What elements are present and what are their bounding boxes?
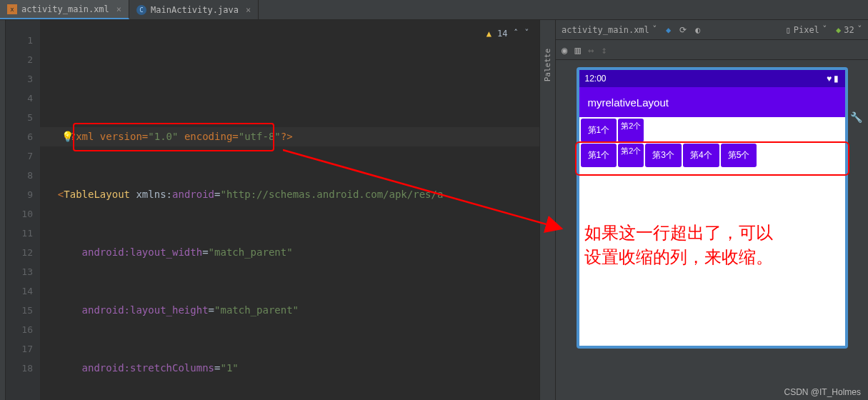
tab-bar: x activity_main.xml × C MainActivity.jav… bbox=[0, 0, 868, 20]
btn[interactable]: 第1个 bbox=[581, 119, 617, 142]
btn[interactable]: 第1个 bbox=[581, 144, 617, 167]
btn[interactable]: 第2个 bbox=[618, 119, 644, 142]
table-row-1: 第1个 第2个 bbox=[581, 119, 844, 142]
gutter: 1 2 3 4 5 6 7 8 9 10 11 12 13 14 15 16 1… bbox=[6, 20, 40, 400]
code-pane: 1 2 3 4 5 6 7 8 9 10 11 12 13 14 15 16 1… bbox=[6, 20, 539, 400]
inspection-bar: ▲ 14 ˆ ˇ bbox=[487, 24, 529, 44]
palette-tab[interactable]: Palette bbox=[540, 20, 556, 400]
preview-view-bar: ◉ ▥ ↔ ↕ bbox=[556, 40, 868, 60]
theme-icon[interactable]: ◐ bbox=[695, 25, 700, 35]
bulb-icon[interactable]: 💡 bbox=[61, 127, 71, 137]
btn[interactable]: 第3个 bbox=[645, 144, 682, 167]
left-sidebar-stub bbox=[0, 20, 6, 400]
wrench-icon[interactable]: 🔧 bbox=[850, 111, 862, 123]
eye-icon[interactable]: ◉ bbox=[562, 44, 567, 56]
orientation-icon[interactable]: ⟳ bbox=[679, 25, 687, 35]
btn[interactable]: 第5个 bbox=[721, 144, 757, 167]
preview-pane: Palette activity_main.xmlˇ ◆ ⟳ ◐ ▯ Pixel… bbox=[539, 20, 868, 400]
table-row-2: 第1个 第2个 第3个 第4个 第5个 bbox=[581, 144, 844, 167]
watermark: CSDN @IT_Holmes bbox=[784, 387, 861, 397]
phone-time: 12:00 bbox=[585, 74, 607, 84]
xml-file-icon: x bbox=[7, 4, 17, 14]
btn[interactable]: 第4个 bbox=[683, 144, 719, 167]
android-icon: ◆ bbox=[836, 25, 841, 35]
close-icon[interactable]: × bbox=[116, 4, 121, 14]
nav-down-icon[interactable]: ˇ bbox=[524, 24, 529, 44]
btn[interactable]: 第2个 bbox=[618, 144, 644, 167]
blueprint-icon[interactable]: ▥ bbox=[574, 44, 580, 56]
api-dropdown[interactable]: ◆ 32ˇ bbox=[836, 25, 862, 35]
chevron-down-icon: ˇ bbox=[822, 25, 827, 35]
code-body[interactable]: <?xml version="1.0" encoding="utf-8"?> <… bbox=[40, 20, 539, 400]
java-file-icon: C bbox=[136, 5, 146, 15]
warning-count: 14 bbox=[497, 24, 507, 44]
chevron-down-icon: ˇ bbox=[857, 25, 862, 35]
nav-up-icon[interactable]: ˆ bbox=[514, 24, 519, 44]
tab-main-activity[interactable]: C MainActivity.java × bbox=[129, 0, 259, 19]
phone-status-bar: 12:00 ♥ ▮ bbox=[579, 70, 845, 87]
chevron-down-icon: ˇ bbox=[652, 25, 657, 35]
tab-label: MainActivity.java bbox=[151, 5, 239, 15]
span-h-icon: ↔ bbox=[588, 44, 594, 56]
phone-icon: ▯ bbox=[785, 25, 790, 35]
layers-icon[interactable]: ◆ bbox=[666, 25, 671, 35]
phone-title: myrelativeLayout bbox=[579, 87, 845, 117]
span-v-icon: ↕ bbox=[601, 44, 607, 56]
file-dropdown[interactable]: activity_main.xmlˇ bbox=[562, 25, 657, 35]
close-icon[interactable]: × bbox=[246, 5, 251, 15]
annotation-text: 如果这一行超出了，可以 设置收缩的列，来收缩。 bbox=[584, 221, 773, 269]
status-icons: ♥ ▮ bbox=[827, 74, 839, 84]
tab-label: activity_main.xml bbox=[21, 4, 109, 14]
phone-frame: 12:00 ♥ ▮ myrelativeLayout 第1个 第2个 第1个 bbox=[577, 67, 848, 349]
tab-activity-main[interactable]: x activity_main.xml × bbox=[0, 0, 129, 19]
warning-icon[interactable]: ▲ bbox=[487, 24, 492, 44]
device-dropdown[interactable]: ▯ Pixelˇ bbox=[785, 25, 827, 35]
preview-toolbar: activity_main.xmlˇ ◆ ⟳ ◐ ▯ Pixelˇ ◆ 32ˇ bbox=[556, 20, 868, 40]
